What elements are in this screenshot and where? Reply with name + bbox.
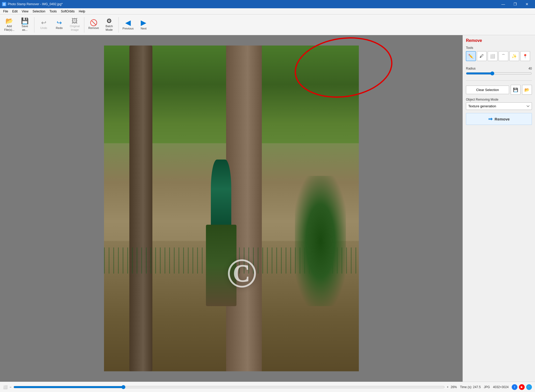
eraser-tool-button[interactable]: 🖊 [477, 51, 487, 61]
load-selection-icon: 📂 [524, 87, 530, 92]
next-button[interactable]: ▶ Next [136, 16, 151, 34]
toolbar: 📂 Add File(s)... 💾 Save as... ↩ Undo ↪ R… [0, 14, 535, 35]
redo-button[interactable]: ↪ Redo [52, 16, 66, 34]
radius-slider[interactable] [466, 71, 532, 76]
zoom-minus-icon: − [10, 385, 11, 389]
object-removing-label: Object Removing Mode [466, 98, 532, 101]
redo-icon: ↪ [57, 20, 62, 26]
add-files-label: Add File(s)... [4, 25, 14, 31]
load-selection-button[interactable]: 📂 [522, 85, 532, 95]
batch-icon: ⚙ [106, 18, 112, 24]
previous-icon: ◀ [125, 19, 131, 26]
status-bar-right: Time (s): 247.5 JPG 4032×3024 f ▶ 🐦 [460, 384, 532, 390]
original-image-button[interactable]: 🖼 Original Image [68, 16, 82, 34]
zoom-level: 26% [451, 385, 457, 389]
remove-arrow-icon: ⇒ [488, 116, 493, 122]
menu-edit[interactable]: Edit [10, 8, 20, 14]
rect-select-button[interactable]: ⬜ [488, 51, 497, 61]
rect-select-icon: ⬜ [490, 54, 495, 59]
social-icons: f ▶ 🐦 [512, 384, 532, 390]
zoom-slider[interactable] [13, 385, 445, 389]
undo-icon: ↩ [41, 20, 46, 26]
canvas-area[interactable]: © [0, 35, 463, 382]
remove-toolbar-button[interactable]: 🚫 Remove [86, 16, 101, 34]
restore-button[interactable]: ❐ [509, 0, 521, 8]
menu-file[interactable]: File [1, 8, 10, 14]
facebook-icon[interactable]: f [512, 384, 517, 390]
stamp-button[interactable]: 📍 [520, 51, 530, 61]
eraser-icon: 🖊 [480, 54, 484, 58]
undo-button[interactable]: ↩ Undo [36, 16, 51, 34]
object-removing-section: Object Removing Mode Texture generation … [466, 98, 532, 110]
remove-toolbar-label: Remove [88, 26, 99, 30]
tools-section: Tools ✏️ 🖊 ⬜ ⌒ ✨ [466, 46, 532, 64]
menu-bar: File Edit View Selection Tools SoftOrbit… [0, 8, 535, 14]
separator-1 [34, 17, 34, 33]
stamp-icon: 📍 [523, 54, 528, 59]
window-controls: — ❐ ✕ [497, 0, 533, 8]
main-area: © Remove Tools ✏️ 🖊 [0, 35, 535, 382]
undo-label: Undo [40, 26, 47, 30]
clear-selection-row: Clear Selection 💾 📂 [466, 85, 532, 95]
tool-buttons: ✏️ 🖊 ⬜ ⌒ ✨ 📍 [466, 51, 532, 61]
save-icon: 💾 [21, 18, 29, 24]
previous-button[interactable]: ◀ Previous [121, 16, 135, 34]
remove-title: Remove [466, 38, 482, 43]
youtube-icon[interactable]: ▶ [519, 384, 525, 390]
object-removing-dropdown[interactable]: Texture generation Smart Fill Color Fill [466, 102, 532, 110]
add-files-button[interactable]: 📂 Add File(s)... [2, 16, 17, 34]
time-label: Time (s): 247.5 [460, 385, 481, 389]
separator-2 [84, 17, 84, 33]
menu-softorbits[interactable]: SoftOrbits [59, 8, 77, 14]
copyright-watermark: © [216, 247, 268, 299]
lasso-icon: ⌒ [502, 54, 505, 58]
status-bar: ⬜ − + 26% Time (s): 247.5 JPG 4032×3024 … [0, 382, 535, 392]
save-selection-button[interactable]: 💾 [511, 85, 521, 95]
next-icon: ▶ [141, 19, 146, 26]
title-bar: 🖼 Photo Stamp Remover - IMG_0492.jpg* — … [0, 0, 535, 8]
brush-icon: ✏️ [468, 54, 473, 59]
menu-help[interactable]: Help [77, 8, 87, 14]
next-label: Next [141, 27, 147, 30]
batch-mode-button[interactable]: ⚙ Batch Mode [102, 16, 116, 34]
image-icon: 🖼 [72, 18, 78, 24]
lasso-tool-button[interactable]: ⌒ [499, 51, 508, 61]
divider-1 [466, 80, 532, 81]
redo-label: Redo [56, 26, 63, 30]
format-label: JPG [484, 385, 490, 389]
magic-wand-button[interactable]: ✨ [509, 51, 519, 61]
clear-selection-button[interactable]: Clear Selection [466, 86, 509, 94]
zoom-plus-icon: + [447, 385, 449, 389]
remove-section-title: Remove [466, 38, 532, 43]
status-bar-left: ⬜ − + 26% [3, 385, 457, 389]
remove-action-label: Remove [495, 117, 510, 121]
close-button[interactable]: ✕ [521, 0, 533, 8]
right-panel: Remove Tools ✏️ 🖊 ⬜ ⌒ [463, 35, 535, 382]
menu-selection[interactable]: Selection [31, 8, 47, 14]
save-as-label: Save as... [21, 25, 28, 31]
radius-section: Radius 40 [466, 67, 532, 76]
minimize-button[interactable]: — [497, 0, 509, 8]
app-icon: 🖼 [2, 2, 6, 6]
remove-icon: 🚫 [90, 20, 98, 26]
folder-open-icon: 📂 [5, 18, 13, 24]
remove-action-button[interactable]: ⇒ Remove [466, 113, 532, 125]
radius-value: 40 [529, 67, 532, 70]
image-background: © [104, 46, 359, 371]
twitter-icon[interactable]: 🐦 [526, 384, 532, 390]
magic-wand-icon: ✨ [512, 54, 517, 59]
window-title: Photo Stamp Remover - IMG_0492.jpg* [8, 2, 63, 6]
menu-tools[interactable]: Tools [47, 8, 59, 14]
brush-tool-button[interactable]: ✏️ [466, 51, 476, 61]
save-selection-icon: 💾 [513, 87, 518, 92]
original-image-label: Original Image [70, 25, 80, 31]
save-as-button[interactable]: 💾 Save as... [18, 16, 32, 34]
previous-label: Previous [123, 27, 134, 30]
image-container: © [104, 46, 359, 371]
batch-mode-label: Batch Mode [106, 25, 113, 31]
select-indicator-icon: ⬜ [3, 385, 8, 389]
tools-label: Tools [466, 46, 532, 50]
menu-view[interactable]: View [20, 8, 31, 14]
radius-label: Radius [466, 67, 475, 70]
resolution-label: 4032×3024 [493, 385, 509, 389]
